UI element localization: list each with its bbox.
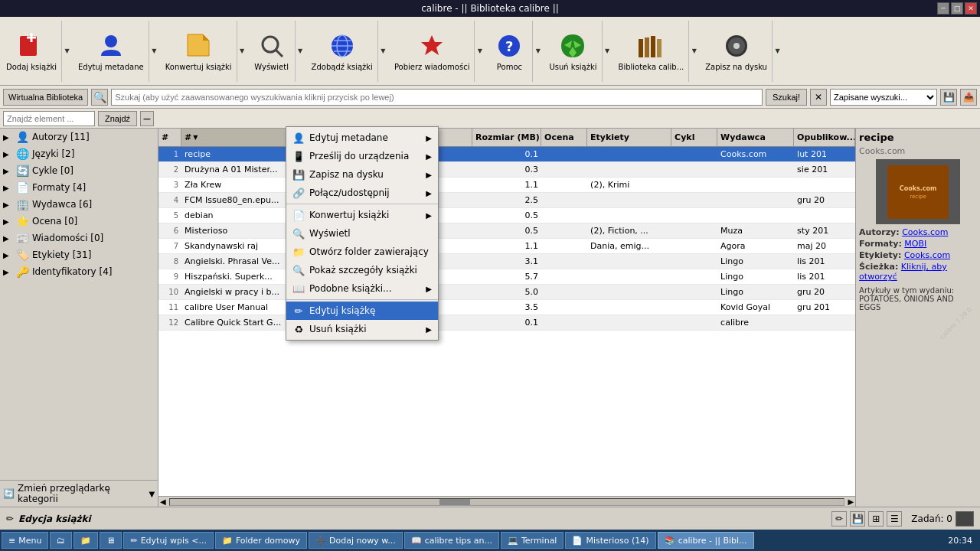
col-header-publisher[interactable]: Wydawca	[717, 129, 794, 146]
save-label: Zapisz na dysku	[705, 63, 767, 71]
col-header-tags[interactable]: Etykiety	[587, 129, 671, 146]
col-header-rating[interactable]: Ocena	[541, 129, 587, 146]
formats-detail-value[interactable]: MOBI	[904, 239, 926, 249]
table-row[interactable]: 9 Hiszpański. Superk... 14 5.7 Lingo lis…	[158, 269, 855, 285]
taskbar-misterioso-btn[interactable]: 📄 Misterioso (14)	[565, 532, 655, 549]
find-button[interactable]: Znajdź	[98, 111, 137, 126]
jobs-indicator[interactable]	[956, 511, 974, 527]
horizontal-scrollbar[interactable]: ◀ ▶	[158, 496, 855, 507]
fm2-icon: 📁	[80, 536, 91, 546]
col-header-pubdate[interactable]: Opublikow...	[794, 129, 855, 146]
taskbar-edit-wpis-btn[interactable]: ✏️ Edytuj wpis <...	[123, 532, 213, 549]
tags-detail-value[interactable]: Cooks.com	[904, 250, 950, 260]
taskbar-menu-btn[interactable]: ≡ Menu	[2, 532, 48, 549]
sidebar-item-series[interactable]: ▶ 🔄 Cykle [0]	[0, 162, 158, 179]
taskbar-fm1-btn[interactable]: 🗂	[50, 532, 72, 549]
get-books-button[interactable]: Zdobądź książki	[307, 21, 377, 82]
clear-search-icon[interactable]: ✕	[810, 89, 827, 106]
sidebar-item-languages[interactable]: ▶ 🌐 Języki [2]	[0, 145, 158, 162]
search-input[interactable]	[111, 89, 763, 106]
change-browser-btn[interactable]: 🔄 Zmień przeglądarkę kategorii ▼	[0, 480, 158, 507]
table-row[interactable]: 10 Angielski w pracy i b... 14 5.0 Lingo…	[158, 285, 855, 300]
table-row[interactable]: 4 FCM Issue80_en.epu... 14 2.5 gru 20	[158, 193, 855, 208]
grid-view-btn[interactable]: ⊞	[868, 511, 884, 527]
edit-icon-btn[interactable]: ✏️	[831, 511, 847, 527]
saved-searches-dropdown[interactable]: Zapisane wyszuki...	[830, 89, 937, 106]
menu-item-edit-meta[interactable]: 👤 Edytuj metadane ▶	[286, 129, 438, 147]
close-btn[interactable]: ✕	[965, 2, 977, 15]
minimize-btn[interactable]: ─	[937, 2, 949, 15]
menu-item-save-disk[interactable]: 💾 Zapisz na dysku ▶	[286, 165, 438, 184]
sidebar-item-publisher[interactable]: ▶ 🏢 Wydawca [6]	[0, 196, 158, 213]
hscroll-right-btn[interactable]: ▶	[846, 497, 855, 506]
help-button[interactable]: ? Pomoc	[486, 21, 532, 82]
menu-item-edit-book[interactable]: ✏️ Edytuj książkę	[286, 302, 438, 320]
hscroll-thumb[interactable]	[439, 499, 470, 505]
table-row[interactable]: 2 Drużyna A 01 Mister... 14 0.3 sie 201	[158, 162, 855, 178]
add-book-arrow[interactable]: ▼	[61, 21, 72, 82]
taskbar-fm3-btn[interactable]: 🖥	[100, 532, 122, 549]
sidebar-item-authors[interactable]: ▶ 👤 Autorzy [11]	[0, 129, 158, 145]
table-row[interactable]: 7 Skandynawski raj 14 1.1 Dania, emig...…	[158, 239, 855, 254]
search-button[interactable]: Szukaj!	[766, 89, 807, 106]
table-row[interactable]: 11 calibre User Manual 13 3.5 Kovid Goya…	[158, 300, 855, 315]
menu-item-view[interactable]: 🔍 Wyświetl	[286, 224, 438, 243]
view-arrow[interactable]: ▼	[295, 21, 305, 82]
save-status-btn[interactable]: 💾	[850, 511, 865, 527]
add-book-button[interactable]: Dodaj książki	[2, 21, 61, 82]
taskbar-fm2-btn[interactable]: 📁	[74, 532, 98, 549]
taskbar-add-new-btn[interactable]: ➕ Dodaj nowy w...	[309, 532, 403, 549]
col-header-num[interactable]: #	[158, 129, 181, 146]
sidebar-item-tags[interactable]: ▶ 🏷️ Etykiety [31]	[0, 246, 158, 263]
list-view-btn[interactable]: ☰	[887, 511, 902, 527]
help-arrow[interactable]: ▼	[532, 21, 543, 82]
news-arrow[interactable]: ▼	[474, 21, 485, 82]
sidebar-item-formats[interactable]: ▶ 📄 Formaty [4]	[0, 179, 158, 196]
table-row[interactable]: 6 Misterioso 14 0.5 (2), Fiction, ... Mu…	[158, 223, 855, 239]
table-row[interactable]: 3 Zła Krew 14 1.1 (2), Krimi	[158, 178, 855, 193]
menu-item-remove-book[interactable]: ♻️ Usuń książki ▶	[286, 320, 438, 338]
search-export-icon[interactable]: 📤	[960, 89, 977, 106]
col-header-series[interactable]: Cykl	[671, 129, 717, 146]
authors-detail-value[interactable]: Cooks.com	[902, 227, 948, 237]
taskbar-folder-btn[interactable]: 📁 Folder domowy	[215, 532, 307, 549]
save-button[interactable]: Zapisz na dysku	[701, 21, 772, 82]
table-row[interactable]: 5 debian 14 0.5	[158, 208, 855, 223]
find-input[interactable]	[3, 111, 95, 126]
col-header-size[interactable]: Rozmiar (MB)	[472, 129, 541, 146]
table-row[interactable]: 12 Calibre Quick Start G... 13 0.1 calib…	[158, 315, 855, 331]
taskbar-calibre-tips-btn[interactable]: 📖 calibre tips an...	[404, 532, 499, 549]
edit-meta-arrow[interactable]: ▼	[149, 21, 159, 82]
maximize-btn[interactable]: □	[951, 2, 963, 15]
remove-button[interactable]: Usuń książki	[544, 21, 601, 82]
menu-item-convert[interactable]: 📄 Konwertuj książki ▶	[286, 206, 438, 224]
convert-arrow[interactable]: ▼	[237, 21, 247, 82]
table-row[interactable]: 8 Angielski. Phrasal Ve... 14 3.1 Lingo …	[158, 254, 855, 269]
menu-item-book-details[interactable]: 🔍 Pokaż szczegóły książki	[286, 261, 438, 279]
sidebar-item-news[interactable]: ▶ 📰 Wiadomości [0]	[0, 230, 158, 246]
save-arrow[interactable]: ▼	[772, 21, 782, 82]
edit-meta-button[interactable]: Edytuj metadane	[74, 21, 149, 82]
library-arrow[interactable]: ▼	[688, 21, 699, 82]
get-books-arrow[interactable]: ▼	[377, 21, 388, 82]
view-button[interactable]: Wyświetl	[249, 21, 295, 82]
menu-item-similar[interactable]: 📖 Podobne książki... ▶	[286, 279, 438, 298]
menu-item-open-folder[interactable]: 📁 Otwórz folder zawierający	[286, 243, 438, 261]
find-minus-button[interactable]: −	[140, 111, 154, 126]
library-button[interactable]: Biblioteka calib...	[614, 21, 689, 82]
menu-item-connect[interactable]: 🔗 Połącz/udostępnij ▶	[286, 184, 438, 202]
menu-item-send[interactable]: 📱 Prześlij do urządzenia ▶	[286, 147, 438, 165]
hscroll-left-btn[interactable]: ◀	[158, 497, 168, 506]
convert-button[interactable]: Konwertuj książki	[161, 21, 237, 82]
search-settings-icon[interactable]: 🔍	[91, 89, 108, 106]
sidebar-item-rating[interactable]: ▶ ⭐ Ocena [0]	[0, 213, 158, 230]
news-button[interactable]: Pobierz wiadomości	[390, 21, 475, 82]
virtual-lib-button[interactable]: Wirtualna Biblioteka	[3, 89, 88, 106]
table-row[interactable]: 1 recipe 14 0.1 Cooks.com lut 201	[158, 147, 855, 162]
taskbar-calibre-btn[interactable]: 📚 calibre - || Bibl...	[658, 532, 754, 549]
remove-arrow[interactable]: ▼	[602, 21, 612, 82]
sidebar-item-ids[interactable]: ▶ 🔑 Identyfikatory [4]	[0, 263, 158, 280]
taskbar-terminal-btn[interactable]: 💻 Terminal	[501, 532, 564, 549]
hscroll-track[interactable]	[169, 498, 845, 506]
save-search-icon[interactable]: 💾	[940, 89, 957, 106]
